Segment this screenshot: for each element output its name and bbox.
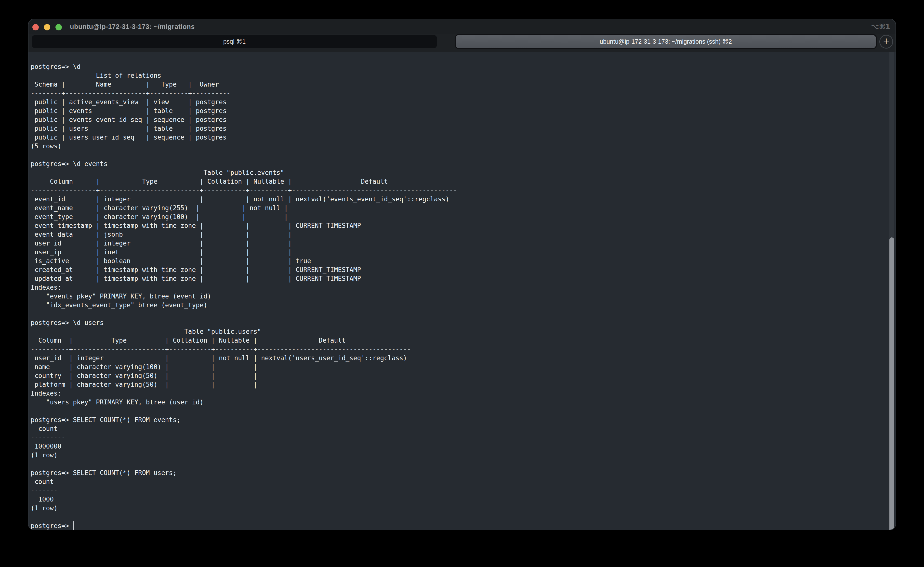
window-shortcut-badge: ⌥⌘1 (871, 19, 890, 34)
terminal-cursor (73, 521, 74, 530)
minimize-button[interactable] (44, 24, 50, 30)
window-title: ubuntu@ip-172-31-3-173: ~/migrations (70, 19, 195, 34)
tab-ssh-migrations-label: ubuntu@ip-172-31-3-173: ~/migrations (ss… (599, 38, 732, 45)
title-bar: ubuntu@ip-172-31-3-173: ~/migrations ⌥⌘1 (29, 19, 895, 34)
terminal-window: ubuntu@ip-172-31-3-173: ~/migrations ⌥⌘1… (28, 19, 896, 530)
tab-psql-label: psql ⌘1 (223, 38, 246, 45)
terminal-output: postgres=> \d List of relations Schema |… (29, 52, 895, 530)
close-button[interactable] (32, 24, 39, 30)
tab-psql[interactable]: psql ⌘1 (32, 35, 437, 48)
tab-bar: psql ⌘1 ubuntu@ip-172-31-3-173: ~/migrat… (29, 34, 895, 52)
tab-ssh-migrations[interactable]: ubuntu@ip-172-31-3-173: ~/migrations (ss… (455, 35, 876, 48)
zoom-button[interactable] (56, 24, 62, 30)
scrollbar-thumb[interactable] (889, 237, 894, 530)
new-tab-button[interactable]: + (879, 35, 893, 48)
terminal-content-area[interactable]: postgres=> \d List of relations Schema |… (29, 52, 895, 530)
